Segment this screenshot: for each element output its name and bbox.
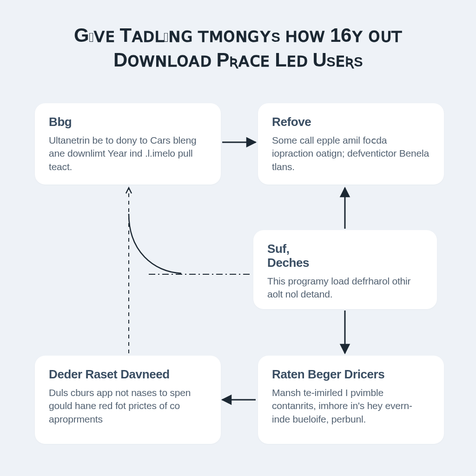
- node-refove-title: Refove: [272, 115, 430, 129]
- node-refove-body: Some call epple amil foᴄda iopraction oa…: [272, 134, 430, 173]
- node-raten-body: Mansh te-imirled I pvimble contanrits, i…: [272, 386, 430, 426]
- diagram-title: Gɪᴠᴇ Tᴀᴅʟɪɴɢ ᴛᴍᴏɴɢʏs ʜᴏᴡ 16ʏ ᴏᴜᴛ Dᴏᴡɴʟᴏᴀ…: [0, 23, 476, 72]
- node-deder-title: Deder Raset Davneed: [49, 368, 207, 382]
- node-raten-title: Raten Beger Dricers: [272, 368, 430, 382]
- node-bbg-title: Bbg: [49, 115, 207, 129]
- edge-curve: [129, 214, 181, 273]
- node-bbg: Bbg Ultanetrin be to dony to Cars bleng …: [35, 103, 221, 185]
- title-line-1: Gɪᴠᴇ Tᴀᴅʟɪɴɢ ᴛᴍᴏɴɢʏs ʜᴏᴡ 16ʏ ᴏᴜᴛ: [74, 24, 402, 46]
- node-suf-title: Suf, Deches: [267, 242, 423, 270]
- node-deder: Deder Raset Davneed Duls cburs app not n…: [35, 356, 221, 444]
- node-suf: Suf, Deches This programy load defrharol…: [253, 230, 437, 309]
- node-refove: Refove Some call epple amil foᴄda ioprac…: [258, 103, 444, 185]
- node-bbg-body: Ultanetrin be to dony to Cars bleng ane …: [49, 134, 207, 173]
- node-raten: Raten Beger Dricers Mansh te-imirled I p…: [258, 356, 444, 444]
- node-deder-body: Duls cburs app not nases to spen gould h…: [49, 386, 207, 426]
- title-line-2: Dᴏᴡɴʟᴏᴀᴅ Pʀᴀᴄᴇ Lᴇᴅ Usᴇʀs: [113, 49, 363, 71]
- node-suf-body: This programy load defrharol othir aolt …: [267, 275, 423, 301]
